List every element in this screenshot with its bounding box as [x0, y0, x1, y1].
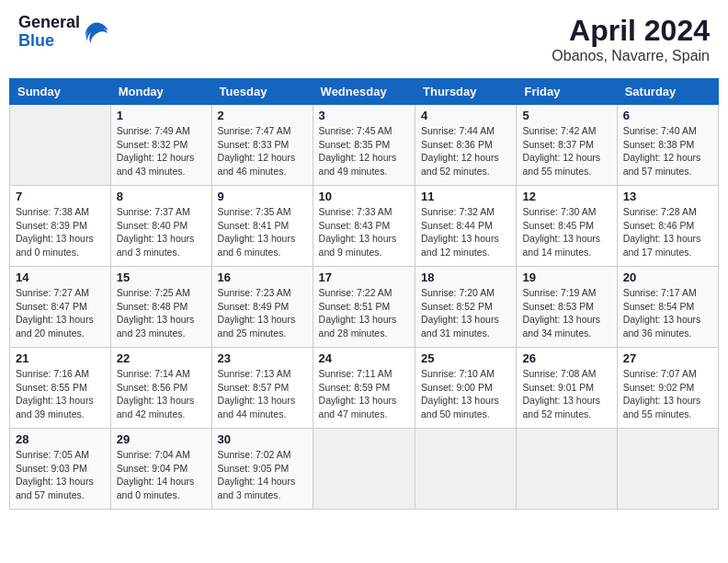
day-info: Sunrise: 7:32 AMSunset: 8:44 PMDaylight:… — [421, 205, 510, 259]
day-cell: 6Sunrise: 7:40 AMSunset: 8:38 PMDaylight… — [617, 105, 718, 186]
day-cell: 5Sunrise: 7:42 AMSunset: 8:37 PMDaylight… — [517, 105, 617, 186]
day-info: Sunrise: 7:28 AMSunset: 8:46 PMDaylight:… — [623, 205, 712, 259]
day-info: Sunrise: 7:13 AMSunset: 8:57 PMDaylight:… — [218, 367, 307, 421]
day-number: 22 — [117, 351, 206, 365]
col-header-tuesday: Tuesday — [211, 79, 313, 105]
col-header-saturday: Saturday — [617, 79, 718, 105]
day-number: 8 — [117, 190, 206, 203]
day-info: Sunrise: 7:38 AMSunset: 8:39 PMDaylight:… — [16, 205, 105, 259]
day-cell: 10Sunrise: 7:33 AMSunset: 8:43 PMDayligh… — [313, 186, 415, 267]
week-row-2: 7Sunrise: 7:38 AMSunset: 8:39 PMDaylight… — [10, 186, 719, 267]
day-cell: 2Sunrise: 7:47 AMSunset: 8:33 PMDaylight… — [211, 105, 313, 186]
day-cell: 30Sunrise: 7:02 AMSunset: 9:05 PMDayligh… — [211, 429, 313, 510]
day-cell: 17Sunrise: 7:22 AMSunset: 8:51 PMDayligh… — [313, 267, 415, 348]
day-number: 18 — [421, 270, 510, 284]
day-number: 17 — [319, 270, 409, 284]
calendar-body: 1Sunrise: 7:49 AMSunset: 8:32 PMDaylight… — [10, 105, 719, 510]
day-cell: 8Sunrise: 7:37 AMSunset: 8:40 PMDaylight… — [110, 186, 211, 267]
day-number: 2 — [218, 109, 307, 122]
page-title: April 2024 — [552, 14, 710, 48]
day-number: 15 — [117, 270, 206, 284]
col-header-friday: Friday — [517, 79, 617, 105]
day-info: Sunrise: 7:27 AMSunset: 8:47 PMDaylight:… — [16, 286, 105, 340]
day-info: Sunrise: 7:42 AMSunset: 8:37 PMDaylight:… — [522, 124, 610, 178]
day-info: Sunrise: 7:11 AMSunset: 8:59 PMDaylight:… — [319, 367, 409, 421]
page-subtitle: Obanos, Navarre, Spain — [552, 48, 710, 64]
day-cell — [10, 105, 111, 186]
day-info: Sunrise: 7:05 AMSunset: 9:03 PMDaylight:… — [16, 448, 105, 502]
week-row-4: 21Sunrise: 7:16 AMSunset: 8:55 PMDayligh… — [10, 348, 719, 429]
week-row-3: 14Sunrise: 7:27 AMSunset: 8:47 PMDayligh… — [10, 267, 719, 348]
col-header-wednesday: Wednesday — [313, 79, 415, 105]
day-number: 28 — [16, 432, 105, 446]
day-cell: 23Sunrise: 7:13 AMSunset: 8:57 PMDayligh… — [211, 348, 313, 429]
day-info: Sunrise: 7:07 AMSunset: 9:02 PMDaylight:… — [623, 367, 712, 421]
day-number: 5 — [522, 109, 610, 122]
week-row-1: 1Sunrise: 7:49 AMSunset: 8:32 PMDaylight… — [10, 105, 719, 186]
day-number: 10 — [319, 190, 409, 203]
logo-bird-icon — [84, 19, 109, 45]
day-info: Sunrise: 7:30 AMSunset: 8:45 PMDaylight:… — [522, 205, 610, 259]
day-cell: 18Sunrise: 7:20 AMSunset: 8:52 PMDayligh… — [415, 267, 517, 348]
day-cell: 12Sunrise: 7:30 AMSunset: 8:45 PMDayligh… — [517, 186, 617, 267]
calendar-header: SundayMondayTuesdayWednesdayThursdayFrid… — [10, 79, 719, 105]
day-cell: 25Sunrise: 7:10 AMSunset: 9:00 PMDayligh… — [415, 348, 517, 429]
title-block: April 2024 Obanos, Navarre, Spain — [552, 14, 710, 64]
day-info: Sunrise: 7:02 AMSunset: 9:05 PMDaylight:… — [218, 448, 307, 502]
logo-blue: Blue — [18, 32, 80, 51]
day-cell: 21Sunrise: 7:16 AMSunset: 8:55 PMDayligh… — [10, 348, 111, 429]
day-number: 24 — [319, 351, 409, 365]
day-cell: 22Sunrise: 7:14 AMSunset: 8:56 PMDayligh… — [110, 348, 211, 429]
day-number: 9 — [218, 190, 307, 203]
day-info: Sunrise: 7:35 AMSunset: 8:41 PMDaylight:… — [218, 205, 307, 259]
logo-general: General — [18, 14, 80, 32]
week-row-5: 28Sunrise: 7:05 AMSunset: 9:03 PMDayligh… — [10, 429, 719, 510]
day-number: 12 — [522, 190, 610, 203]
day-number: 13 — [623, 190, 712, 203]
day-info: Sunrise: 7:04 AMSunset: 9:04 PMDaylight:… — [117, 448, 206, 502]
day-info: Sunrise: 7:40 AMSunset: 8:38 PMDaylight:… — [623, 124, 712, 178]
col-header-sunday: Sunday — [10, 79, 111, 105]
day-number: 19 — [522, 270, 610, 284]
day-cell: 11Sunrise: 7:32 AMSunset: 8:44 PMDayligh… — [415, 186, 517, 267]
logo: General Blue — [18, 14, 109, 51]
day-cell: 1Sunrise: 7:49 AMSunset: 8:32 PMDaylight… — [110, 105, 211, 186]
day-info: Sunrise: 7:08 AMSunset: 9:01 PMDaylight:… — [522, 367, 610, 421]
day-cell: 26Sunrise: 7:08 AMSunset: 9:01 PMDayligh… — [517, 348, 617, 429]
page-header: General Blue April 2024 Obanos, Navarre,… — [9, 9, 719, 69]
day-info: Sunrise: 7:37 AMSunset: 8:40 PMDaylight:… — [117, 205, 206, 259]
header-row: SundayMondayTuesdayWednesdayThursdayFrid… — [10, 79, 719, 105]
calendar-table: SundayMondayTuesdayWednesdayThursdayFrid… — [9, 78, 719, 510]
day-info: Sunrise: 7:22 AMSunset: 8:51 PMDaylight:… — [319, 286, 409, 340]
col-header-thursday: Thursday — [415, 79, 517, 105]
day-info: Sunrise: 7:19 AMSunset: 8:53 PMDaylight:… — [522, 286, 610, 340]
day-number: 29 — [117, 432, 206, 446]
day-cell: 14Sunrise: 7:27 AMSunset: 8:47 PMDayligh… — [10, 267, 111, 348]
day-number: 20 — [623, 270, 712, 284]
day-number: 11 — [421, 190, 510, 203]
day-info: Sunrise: 7:23 AMSunset: 8:49 PMDaylight:… — [218, 286, 307, 340]
day-cell — [313, 429, 415, 510]
day-cell — [617, 429, 718, 510]
day-number: 25 — [421, 351, 510, 365]
day-cell: 9Sunrise: 7:35 AMSunset: 8:41 PMDaylight… — [211, 186, 313, 267]
day-number: 4 — [421, 109, 510, 122]
day-info: Sunrise: 7:33 AMSunset: 8:43 PMDaylight:… — [319, 205, 409, 259]
day-cell — [517, 429, 617, 510]
day-cell: 7Sunrise: 7:38 AMSunset: 8:39 PMDaylight… — [10, 186, 111, 267]
day-cell: 29Sunrise: 7:04 AMSunset: 9:04 PMDayligh… — [110, 429, 211, 510]
day-info: Sunrise: 7:49 AMSunset: 8:32 PMDaylight:… — [117, 124, 206, 178]
day-number: 27 — [623, 351, 712, 365]
day-cell: 24Sunrise: 7:11 AMSunset: 8:59 PMDayligh… — [313, 348, 415, 429]
day-info: Sunrise: 7:47 AMSunset: 8:33 PMDaylight:… — [218, 124, 307, 178]
logo-text: General Blue — [18, 14, 80, 51]
day-info: Sunrise: 7:16 AMSunset: 8:55 PMDaylight:… — [16, 367, 105, 421]
day-cell: 15Sunrise: 7:25 AMSunset: 8:48 PMDayligh… — [110, 267, 211, 348]
day-info: Sunrise: 7:45 AMSunset: 8:35 PMDaylight:… — [319, 124, 409, 178]
day-cell: 16Sunrise: 7:23 AMSunset: 8:49 PMDayligh… — [211, 267, 313, 348]
day-number: 30 — [218, 432, 307, 446]
day-info: Sunrise: 7:14 AMSunset: 8:56 PMDaylight:… — [117, 367, 206, 421]
day-number: 21 — [16, 351, 105, 365]
day-cell: 20Sunrise: 7:17 AMSunset: 8:54 PMDayligh… — [617, 267, 718, 348]
day-cell: 27Sunrise: 7:07 AMSunset: 9:02 PMDayligh… — [617, 348, 718, 429]
